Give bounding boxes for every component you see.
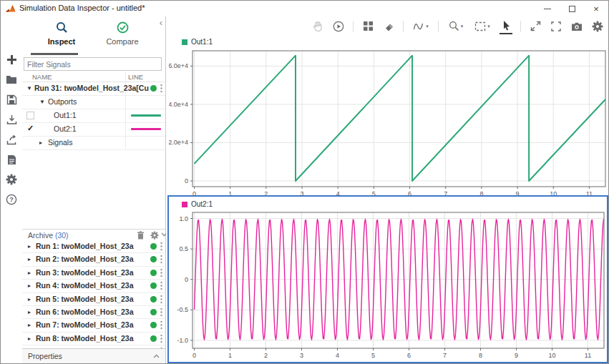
signals-label: Signals [48,138,72,147]
settings-button[interactable] [591,19,604,34]
archive-run-label: Run 4: twoModel_Host_23a [36,281,134,290]
dropdown-caret-icon: ▾ [461,24,464,29]
expand-button[interactable] [529,19,542,34]
help-button[interactable]: ? [1,190,22,210]
trash-icon[interactable] [137,231,145,240]
pointer-tool-button[interactable] [500,19,512,34]
x-tick-label: 5 [371,352,375,359]
archive-run-row[interactable]: ▸Run 7: twoModel_Host_23a [22,319,165,332]
signal-row-out2[interactable]: ✓ Out2:1 [22,122,165,137]
kebab-menu-icon[interactable] [160,255,163,264]
expand-caret-icon[interactable]: ▸ [28,335,31,342]
dropdown-caret-icon: ▾ [426,24,429,29]
properties-bar[interactable]: Properties [22,348,165,363]
y-tick-label: 2.0e+4 [169,139,188,146]
kebab-menu-icon[interactable] [160,84,163,93]
subplot-layout-button[interactable] [361,19,374,34]
checked-icon[interactable]: ✓ [27,124,34,133]
plot2-selected-subplot[interactable]: Out2:1 012345678910111.00.50-0.5-1.0 [167,195,608,363]
archive-run-row[interactable]: ▸Run 6: twoModel_Host_23a [22,306,165,319]
legend-color-swatch [182,202,187,207]
plot2-canvas[interactable]: 012345678910111.00.50-0.5-1.0 [169,208,607,361]
folder-icon [6,75,17,84]
hand-tool-button[interactable] [311,19,324,34]
save-button[interactable] [1,89,22,109]
signal-trace-button[interactable]: ▾ [411,19,430,34]
x-tick-label: 2 [264,352,268,359]
report-button[interactable] [1,149,22,169]
collapse-caret-icon[interactable]: ▼ [26,85,32,92]
clear-subplots-button[interactable] [382,19,395,34]
fullscreen-button[interactable] [550,19,562,34]
archive-run-label: Run 5: twoModel_Host_23a [36,295,134,303]
compare-check-icon [117,21,129,34]
chevron-up-icon[interactable] [153,354,160,358]
y-tick-label: 0.5 [179,245,188,252]
archive-run-row[interactable]: ▸Run 2: twoModel_Host_23a [22,253,165,266]
run-status-dot [150,335,157,342]
kebab-menu-icon[interactable] [160,320,163,330]
signal-wave-icon [413,21,424,31]
kebab-menu-icon[interactable] [160,295,163,304]
kebab-menu-icon[interactable] [160,242,163,251]
kebab-menu-icon[interactable] [160,334,163,343]
snapshot-button[interactable] [570,19,583,34]
expand-caret-icon[interactable]: ▸ [28,270,31,276]
camera-icon [571,21,583,31]
archive-run-row[interactable]: ▸Run 4: twoModel_Host_23a [22,280,165,292]
kebab-menu-icon[interactable] [160,268,163,277]
zoom-tool-button[interactable]: ▾ [447,19,465,34]
expand-caret-icon[interactable]: ▸ [28,322,31,328]
filter-signals-input[interactable] [24,57,162,71]
open-button[interactable] [1,69,22,89]
toolbar-separator [403,21,404,32]
matlab-logo-icon [6,4,16,14]
minimize-button[interactable] [535,1,560,16]
expand-caret-icon[interactable]: ▸ [28,256,31,262]
signal-name: Out1:1 [54,111,77,119]
archive-run-label: Run 1: twoModel_Host_23a [36,242,134,250]
expand-caret-icon[interactable]: ▸ [28,309,31,315]
document-icon [7,154,16,165]
tab-compare[interactable]: Compare [97,21,147,46]
signal-checkbox[interactable] [26,112,34,119]
export-button[interactable] [1,129,22,149]
y-tick-label: -1.0 [177,337,188,344]
y-tick-label: 1.0 [179,215,188,222]
outports-group-row[interactable]: ▼ Outports [22,95,165,109]
close-button[interactable]: × [584,1,608,16]
maximize-button[interactable] [560,1,584,16]
kebab-menu-icon[interactable] [160,308,163,317]
preferences-button[interactable] [1,169,22,190]
x-tick-label: 5 [372,190,376,195]
expand-caret-icon[interactable]: ▸ [28,243,31,250]
x-tick-label: 10 [548,352,555,359]
expand-caret-icon[interactable]: ▸ [28,282,31,289]
tab-inspect[interactable]: Inspect [39,21,84,46]
run-row-current[interactable]: ▼ Run 31: twoModel_Host_23a[Current] [22,82,165,96]
import-button[interactable] [1,109,22,129]
signals-group-row[interactable]: ▸ Signals [22,136,165,150]
plot1-canvas[interactable]: 012345678910116.0e+44.0e+42.0e+40 [169,46,608,195]
y-tick-label: 0 [185,276,188,283]
kebab-menu-icon[interactable] [160,281,163,290]
simulation-data-inspector-window: Simulation Data Inspector - untitled* × [0,0,609,364]
y-tick-label: 6.0e+4 [169,62,188,69]
signal-row-out1[interactable]: Out1:1 [22,109,165,123]
expand-caret-icon[interactable]: ▸ [28,296,31,302]
replay-button[interactable] [332,19,345,34]
archive-run-row[interactable]: ▸Run 5: twoModel_Host_23a [22,293,165,306]
gear-icon [592,21,603,32]
collapse-panel-icon[interactable]: ‹ [160,17,162,28]
archive-run-row[interactable]: ▸Run 1: twoModel_Host_23a [22,240,165,253]
fullscreen-brackets-icon [551,21,561,31]
expand-caret-icon[interactable]: ▸ [39,139,42,146]
plot-toolbar: ▾ ▾ ▾ [311,16,604,36]
archive-gear-icon[interactable] [150,231,159,240]
pointer-arrow-icon [502,20,511,31]
archive-run-row[interactable]: ▸Run 8: twoModel_Host_23a [22,333,165,345]
archive-run-row[interactable]: ▸Run 3: twoModel_Host_23a [22,267,165,280]
add-button[interactable] [1,49,22,69]
collapse-caret-icon[interactable]: ▼ [39,99,45,105]
fit-to-view-button[interactable]: ▾ [473,19,492,34]
